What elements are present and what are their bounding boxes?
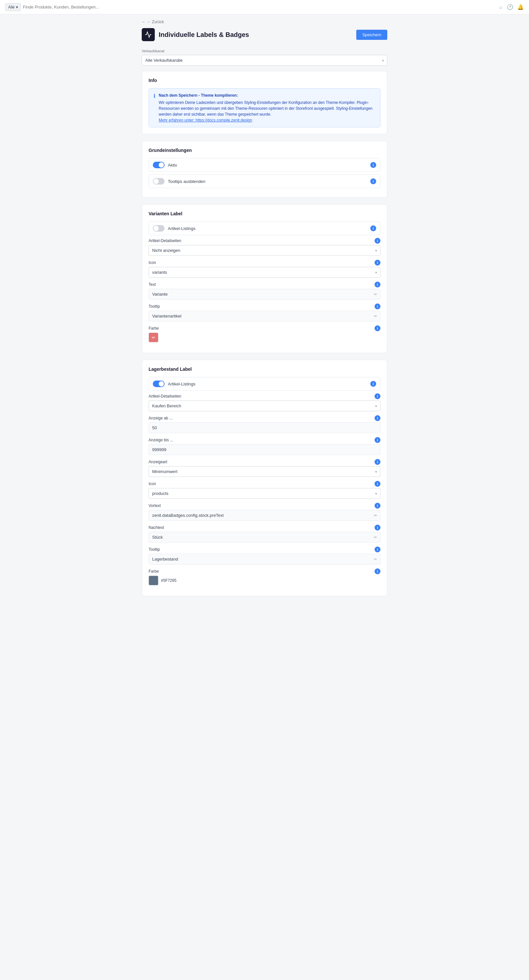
varianten-icon-select[interactable]: variants products star tag bbox=[149, 267, 380, 278]
page-icon bbox=[142, 28, 155, 41]
save-button[interactable]: Speichern bbox=[356, 30, 387, 40]
tooltips-info-icon[interactable]: i bbox=[370, 178, 376, 184]
search-input[interactable] bbox=[23, 5, 496, 10]
varianten-icon-header: Icon i bbox=[149, 260, 380, 266]
lagerbestand-icon-info-icon[interactable]: i bbox=[375, 481, 380, 487]
varianten-text-field: Text i ✏ bbox=[149, 282, 380, 299]
lagerbestand-icon-select-wrapper: products variants star tag ▾ bbox=[149, 488, 380, 499]
info-text: Nach dem Speichern - Theme kompilieren: … bbox=[159, 92, 375, 123]
varianten-color-swatch[interactable]: ✏ bbox=[149, 332, 158, 342]
tooltips-toggle-left: Tooltips ausblenden bbox=[153, 178, 205, 185]
page-header-left: Individuelle Labels & Badges bbox=[142, 28, 249, 41]
lagerbestand-farbe-info-icon[interactable]: i bbox=[375, 568, 380, 574]
lagerbestand-nachtext-input-wrapper: ✏ bbox=[149, 532, 380, 542]
info-card-title: Info bbox=[149, 78, 380, 83]
varianten-tooltip-input-wrapper: ✏ bbox=[149, 311, 380, 321]
varianten-farbe-info-icon[interactable]: i bbox=[375, 325, 380, 331]
varianten-tooltip-input[interactable] bbox=[149, 311, 380, 321]
varianten-text-info-icon[interactable]: i bbox=[375, 282, 380, 288]
varianten-text-edit-icon: ✏ bbox=[374, 292, 377, 297]
search-wrapper: Alle ▾ ⌕ bbox=[5, 3, 504, 11]
info-box-title: Nach dem Speichern - Theme kompilieren: bbox=[159, 92, 375, 98]
lagerbestand-farbe-label: Farbe bbox=[149, 569, 159, 574]
info-box-link[interactable]: Mehr erfahren unter: https://docs.compil… bbox=[159, 118, 252, 123]
clock-icon[interactable]: 🕐 bbox=[507, 4, 513, 10]
varianten-label-card: Varianten Label Artikel-Listings i Artik… bbox=[142, 204, 387, 353]
varianten-detailseiten-select[interactable]: Nicht anzeigen Anzeigen bbox=[149, 245, 380, 256]
lagerbestand-nachtext-field: Nachtext i ✏ bbox=[149, 525, 380, 542]
lagerbestand-nachtext-input[interactable] bbox=[149, 532, 380, 542]
lagerbestand-tooltip-input[interactable] bbox=[149, 554, 380, 565]
lagerbestand-anzeigeart-header: Anzeigeart i bbox=[149, 459, 380, 465]
filter-label: Alle bbox=[8, 5, 15, 10]
lagerbestand-label-card: Lagerbestand Label Artikel-Listings i Ar… bbox=[142, 360, 387, 596]
aktiv-info-icon[interactable]: i bbox=[370, 162, 376, 168]
lagerbestand-detailseiten-select-wrapper: Kaufen Bereich Nicht anzeigen Anzeigen ▾ bbox=[149, 401, 380, 411]
lagerbestand-color-swatch[interactable] bbox=[149, 576, 158, 585]
tooltips-toggle-switch[interactable] bbox=[153, 178, 165, 185]
varianten-icon-label: Icon bbox=[149, 260, 156, 265]
aktiv-toggle-left: Aktiv bbox=[153, 162, 177, 168]
lagerbestand-anzeige-bis-input[interactable] bbox=[149, 444, 380, 455]
lagerbestand-listings-label: Artikel-Listings bbox=[168, 382, 195, 387]
varianten-icon-select-wrapper: variants products star tag ▾ bbox=[149, 267, 380, 278]
lagerbestand-vortext-input[interactable] bbox=[149, 510, 380, 521]
varianten-listings-toggle-switch[interactable] bbox=[153, 225, 165, 232]
varianten-tooltip-edit-icon: ✏ bbox=[374, 314, 377, 318]
lagerbestand-nachtext-label: Nachtext bbox=[149, 525, 164, 530]
lagerbestand-anzeige-ab-input[interactable] bbox=[149, 422, 380, 433]
info-box: ℹ Nach dem Speichern - Theme kompilieren… bbox=[149, 88, 380, 127]
varianten-listings-label: Artikel-Listings bbox=[168, 226, 195, 231]
lagerbestand-detailseiten-select[interactable]: Kaufen Bereich Nicht anzeigen Anzeigen bbox=[149, 401, 380, 411]
varianten-tooltip-info-icon[interactable]: i bbox=[375, 304, 380, 309]
lagerbestand-label-title: Lagerbestand Label bbox=[149, 366, 380, 372]
varianten-tooltip-label: Tooltip bbox=[149, 304, 160, 309]
page-header: Individuelle Labels & Badges Speichern bbox=[142, 28, 387, 41]
varianten-detailseiten-field: Artikel-Detailseiten i Nicht anzeigen An… bbox=[149, 238, 380, 256]
lagerbestand-tooltip-input-wrapper: ✏ bbox=[149, 554, 380, 565]
varianten-text-label: Text bbox=[149, 282, 156, 287]
varianten-text-input[interactable] bbox=[149, 289, 380, 299]
lagerbestand-anzeigeart-info-icon[interactable]: i bbox=[375, 459, 380, 465]
varianten-text-header: Text i bbox=[149, 282, 380, 288]
varianten-detailseiten-label: Artikel-Detailseiten bbox=[149, 239, 181, 243]
lagerbestand-vortext-info-icon[interactable]: i bbox=[375, 503, 380, 509]
varianten-text-input-wrapper: ✏ bbox=[149, 289, 380, 299]
varianten-listings-toggle-knob bbox=[154, 226, 159, 231]
bell-icon[interactable]: 🔔 bbox=[517, 4, 524, 10]
info-circle-icon: ℹ bbox=[154, 93, 156, 123]
lagerbestand-vortext-input-wrapper: ✏ bbox=[149, 510, 380, 521]
lagerbestand-icon-select[interactable]: products variants star tag bbox=[149, 488, 380, 499]
lagerbestand-detailseiten-info-icon[interactable]: i bbox=[375, 393, 380, 399]
lagerbestand-nachtext-info-icon[interactable]: i bbox=[375, 525, 380, 530]
grundeinstellungen-title: Grundeinstellungen bbox=[149, 148, 380, 153]
varianten-tooltip-field: Tooltip i ✏ bbox=[149, 304, 380, 321]
lagerbestand-tooltip-label: Tooltip bbox=[149, 547, 160, 552]
lagerbestand-anzeige-ab-info-icon[interactable]: i bbox=[375, 415, 380, 421]
lagerbestand-anzeigeart-select[interactable]: Minimumwert Exakter Wert bbox=[149, 466, 380, 477]
info-card: Info ℹ Nach dem Speichern - Theme kompil… bbox=[142, 71, 387, 134]
grundeinstellungen-card: Grundeinstellungen Aktiv i Tooltips ausb… bbox=[142, 141, 387, 197]
varianten-listings-toggle-row: Artikel-Listings i bbox=[149, 221, 380, 235]
lagerbestand-nachtext-header: Nachtext i bbox=[149, 525, 380, 530]
topbar: Alle ▾ ⌕ 🕐 🔔 bbox=[0, 0, 529, 14]
lagerbestand-listings-toggle-switch[interactable] bbox=[153, 380, 165, 387]
lagerbestand-detailseiten-field: Artikel-Detailseiten i Kaufen Bereich Ni… bbox=[149, 393, 380, 411]
filter-button[interactable]: Alle ▾ bbox=[5, 3, 21, 11]
page-title: Individuelle Labels & Badges bbox=[159, 31, 249, 38]
search-icon[interactable]: ⌕ bbox=[498, 4, 504, 10]
aktiv-toggle-switch[interactable] bbox=[153, 162, 165, 168]
back-link[interactable]: ← ← Zurück bbox=[142, 20, 387, 24]
lagerbestand-anzeige-bis-info-icon[interactable]: i bbox=[375, 437, 380, 443]
lagerbestand-listings-info-icon[interactable]: i bbox=[370, 381, 376, 387]
varianten-label-title: Varianten Label bbox=[149, 211, 380, 216]
varianten-detailseiten-info-icon[interactable]: i bbox=[375, 238, 380, 244]
lagerbestand-anzeige-bis-label: Anzeige bis ... bbox=[149, 438, 173, 442]
varianten-icon-info-icon[interactable]: i bbox=[375, 260, 380, 266]
lagerbestand-tooltip-info-icon[interactable]: i bbox=[375, 547, 380, 552]
saleskanal-select[interactable]: Alle Verkaufskanäle bbox=[142, 55, 387, 66]
varianten-listings-info-icon[interactable]: i bbox=[370, 225, 376, 231]
lagerbestand-detailseiten-header: Artikel-Detailseiten i bbox=[149, 393, 380, 399]
lagerbestand-anzeigeart-field: Anzeigeart i Minimumwert Exakter Wert ▾ bbox=[149, 459, 380, 477]
info-box-link-text: Mehr erfahren unter: https://docs.compil… bbox=[159, 118, 252, 123]
